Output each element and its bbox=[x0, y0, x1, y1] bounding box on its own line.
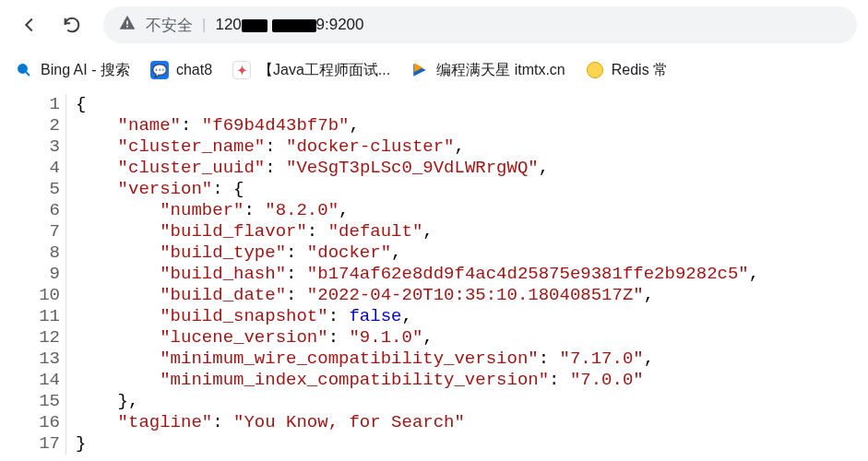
reload-button[interactable] bbox=[54, 6, 90, 43]
svg-rect-1 bbox=[126, 25, 128, 27]
line-number: 16 bbox=[0, 412, 60, 433]
bookmark-java[interactable]: ✦ 【Java工程师面试... bbox=[232, 61, 390, 80]
bookmark-bing-ai[interactable]: Bing AI - 搜索 bbox=[15, 61, 130, 80]
line-number-gutter: 1 2 3 4 5 6 7 8 9 10 11 12 13 14 15 16 1… bbox=[0, 94, 66, 455]
bookmark-label: Redis 常 bbox=[612, 61, 668, 80]
line-number: 9 bbox=[0, 264, 60, 285]
url-text: 120 9:9200 bbox=[215, 16, 363, 34]
bookmark-label: Bing AI - 搜索 bbox=[41, 61, 130, 80]
back-button[interactable] bbox=[11, 6, 48, 43]
bookmark-label: 【Java工程师面试... bbox=[258, 61, 390, 80]
json-code[interactable]: { "name": "f69b4d43bf7b", "cluster_name"… bbox=[66, 94, 759, 455]
address-divider: | bbox=[202, 16, 206, 34]
line-number: 13 bbox=[0, 349, 60, 370]
bookmark-redis[interactable]: Redis 常 bbox=[586, 61, 668, 80]
line-number: 3 bbox=[0, 136, 60, 158]
line-number: 11 bbox=[0, 306, 60, 327]
line-number: 8 bbox=[0, 242, 60, 264]
line-number: 14 bbox=[0, 370, 60, 391]
star-icon bbox=[410, 61, 429, 79]
line-number: 15 bbox=[0, 391, 60, 412]
java-icon: ✦ bbox=[232, 61, 251, 79]
chat-icon: 💬 bbox=[150, 61, 169, 79]
response-body: 1 2 3 4 5 6 7 8 9 10 11 12 13 14 15 16 1… bbox=[0, 90, 868, 455]
line-number: 4 bbox=[0, 158, 60, 179]
address-bar[interactable]: 不安全 | 120 9:9200 bbox=[103, 6, 857, 43]
line-number: 7 bbox=[0, 221, 60, 242]
line-number: 6 bbox=[0, 200, 60, 221]
svg-rect-0 bbox=[126, 20, 128, 24]
redacted-segment bbox=[272, 19, 316, 32]
line-number: 10 bbox=[0, 285, 60, 306]
line-number: 1 bbox=[0, 94, 60, 115]
line-number: 5 bbox=[0, 179, 60, 200]
bookmarks-bar: Bing AI - 搜索 💬 chat8 ✦ 【Java工程师面试... 编程满… bbox=[0, 50, 868, 90]
svg-point-2 bbox=[18, 65, 27, 73]
redacted-segment bbox=[242, 19, 268, 32]
browser-toolbar: 不安全 | 120 9:9200 bbox=[0, 0, 868, 50]
line-number: 2 bbox=[0, 115, 60, 136]
bookmark-itmtx[interactable]: 编程满天星 itmtx.cn bbox=[410, 61, 565, 80]
bookmark-label: 编程满天星 itmtx.cn bbox=[436, 61, 565, 80]
redis-icon bbox=[586, 61, 604, 79]
line-number: 17 bbox=[0, 433, 60, 455]
search-icon bbox=[15, 61, 33, 79]
line-number: 12 bbox=[0, 327, 60, 349]
bookmark-label: chat8 bbox=[176, 62, 212, 78]
security-label: 不安全 bbox=[146, 15, 193, 36]
bookmark-chat8[interactable]: 💬 chat8 bbox=[150, 61, 212, 79]
not-secure-icon bbox=[118, 14, 137, 37]
